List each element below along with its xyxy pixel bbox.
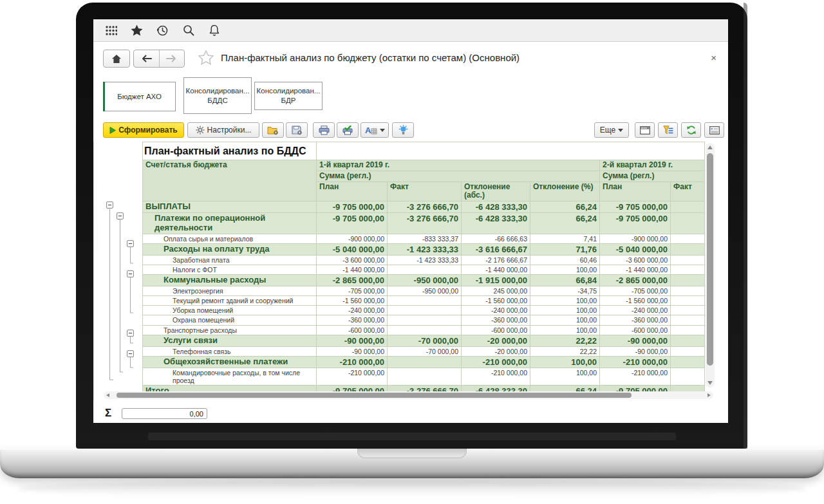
value-cell[interactable]: 66,24: [530, 201, 600, 213]
value-cell[interactable]: 245 000,00: [462, 286, 530, 296]
horizontal-scrollbar[interactable]: [104, 391, 713, 399]
home-button[interactable]: [103, 50, 130, 68]
value-cell[interactable]: -210 000,00: [462, 356, 530, 368]
value-cell[interactable]: -90 000,00: [317, 346, 388, 356]
value-cell[interactable]: -1 440 000,00: [317, 265, 388, 275]
report-structure-button[interactable]: [704, 122, 724, 138]
row-label[interactable]: Текущий ремонт зданий и сооружений: [143, 296, 317, 306]
value-cell[interactable]: -1 560 000,00: [317, 296, 388, 306]
generate-button[interactable]: Сформировать: [103, 122, 184, 138]
value-cell[interactable]: -1 423 333,33: [388, 244, 462, 256]
value-cell[interactable]: [671, 265, 705, 275]
value-cell[interactable]: -950 000,00: [388, 286, 462, 296]
row-label[interactable]: Оплата сырья и материалов: [143, 234, 317, 244]
value-cell[interactable]: [388, 265, 462, 275]
value-cell[interactable]: [671, 296, 705, 306]
value-cell[interactable]: [388, 356, 462, 368]
value-cell[interactable]: -90 000,00: [317, 335, 388, 346]
value-cell[interactable]: -90 000,00: [600, 335, 671, 346]
format-button[interactable]: A: [360, 122, 389, 138]
hint-button[interactable]: [392, 122, 414, 138]
value-cell[interactable]: [671, 346, 705, 356]
report-header-panel-button[interactable]: [635, 122, 655, 138]
row-label[interactable]: Командировочные расходы, в том числе про…: [143, 368, 317, 385]
value-cell[interactable]: -5 040 000,00: [317, 244, 388, 256]
value-cell[interactable]: [671, 256, 705, 265]
row-label[interactable]: ВЫПЛАТЫ: [143, 201, 317, 213]
favorites-star-icon[interactable]: [131, 24, 143, 37]
forward-button[interactable]: [160, 50, 185, 67]
collapse-marker-oplata-truda[interactable]: [127, 240, 134, 247]
close-icon[interactable]: ×: [711, 53, 716, 62]
row-label[interactable]: Электроэнергия: [143, 286, 317, 296]
scroll-left-arrow-icon[interactable]: [106, 393, 109, 397]
scroll-up-arrow-icon[interactable]: [707, 145, 713, 149]
value-cell[interactable]: -9 705 000,00: [317, 213, 388, 234]
value-cell[interactable]: 100,00: [530, 315, 600, 325]
value-cell[interactable]: [671, 335, 705, 346]
vertical-scroll-thumb[interactable]: [707, 153, 713, 366]
collapse-marker-vyplaty[interactable]: [106, 201, 113, 209]
value-cell[interactable]: 7,41: [530, 234, 600, 244]
value-cell[interactable]: -833 333,37: [388, 234, 462, 244]
row-label[interactable]: Уборка помещений: [143, 306, 317, 315]
value-cell[interactable]: -2 865 000,00: [600, 275, 671, 286]
collapse-marker-platezhi[interactable]: [117, 212, 124, 219]
save-report-variant-button[interactable]: [286, 122, 308, 138]
history-icon[interactable]: [156, 24, 169, 37]
collapse-marker-kommunalnye[interactable]: [127, 270, 134, 277]
value-cell[interactable]: -90 000,00: [600, 346, 671, 356]
value-cell[interactable]: [671, 275, 705, 286]
collapse-marker-uslugi-svyazi[interactable]: [127, 330, 134, 337]
value-cell[interactable]: -1 440 000,00: [600, 265, 671, 275]
value-cell[interactable]: -210 000,00: [317, 368, 388, 385]
row-label[interactable]: Телефонная связь: [143, 346, 317, 356]
row-label[interactable]: Услуги связи: [143, 335, 317, 346]
tab-budget-aho[interactable]: Бюджет АХО: [103, 82, 176, 111]
value-cell[interactable]: -70 000,00: [388, 335, 462, 346]
value-cell[interactable]: -705 000,00: [317, 286, 388, 296]
value-cell[interactable]: -600 000,00: [462, 325, 530, 335]
value-cell[interactable]: -1 915 000,00: [462, 275, 530, 286]
autosum-field[interactable]: [122, 408, 207, 419]
row-label[interactable]: Транспортные расходы: [143, 325, 317, 335]
open-report-variant-button[interactable]: [262, 122, 284, 138]
print-preview-button[interactable]: [337, 122, 359, 138]
value-cell[interactable]: -950 000,00: [388, 275, 462, 286]
apps-grid-icon[interactable]: [105, 24, 117, 37]
value-cell[interactable]: [671, 368, 705, 385]
value-cell[interactable]: 66,24: [530, 213, 600, 234]
value-cell[interactable]: -900 000,00: [600, 234, 671, 244]
value-cell[interactable]: [671, 306, 705, 315]
value-cell[interactable]: -600 000,00: [317, 325, 388, 335]
value-cell[interactable]: [671, 201, 705, 213]
value-cell[interactable]: -360 000,00: [600, 315, 671, 325]
value-cell[interactable]: -20 000,00: [462, 346, 530, 356]
value-cell[interactable]: -3 616 666,67: [462, 244, 530, 256]
value-cell[interactable]: [671, 234, 705, 244]
value-cell[interactable]: -210 000,00: [462, 368, 530, 385]
value-cell[interactable]: 100,00: [530, 296, 600, 306]
value-cell[interactable]: [388, 315, 462, 325]
more-button[interactable]: Еще: [594, 122, 629, 138]
value-cell[interactable]: 100,00: [530, 306, 600, 315]
settings-button[interactable]: Настройки...: [187, 122, 259, 138]
horizontal-scroll-thumb[interactable]: [117, 393, 632, 398]
row-label[interactable]: Расходы на оплату труда: [143, 244, 317, 256]
value-cell[interactable]: -240 000,00: [462, 306, 530, 315]
value-cell[interactable]: -705 000,00: [600, 286, 671, 296]
value-cell[interactable]: -6 428 333,30: [462, 201, 530, 213]
value-cell[interactable]: -360 000,00: [462, 315, 530, 325]
tab-consolidated-bdr[interactable]: Консолидирован... БДР: [254, 82, 323, 110]
value-cell[interactable]: -1 560 000,00: [462, 296, 530, 306]
refresh-button[interactable]: [681, 122, 701, 138]
value-cell[interactable]: 100,00: [530, 325, 600, 335]
value-cell[interactable]: -3 600 000,00: [600, 256, 671, 265]
value-cell[interactable]: -3 276 666,70: [388, 201, 462, 213]
value-cell[interactable]: 22,22: [530, 335, 600, 346]
value-cell[interactable]: 100,00: [530, 265, 600, 275]
collapse-marker-obshchekhoz[interactable]: [127, 350, 134, 357]
value-cell[interactable]: -5 040 000,00: [600, 244, 671, 256]
value-cell[interactable]: -210 000,00: [317, 356, 388, 368]
value-cell[interactable]: [671, 315, 705, 325]
